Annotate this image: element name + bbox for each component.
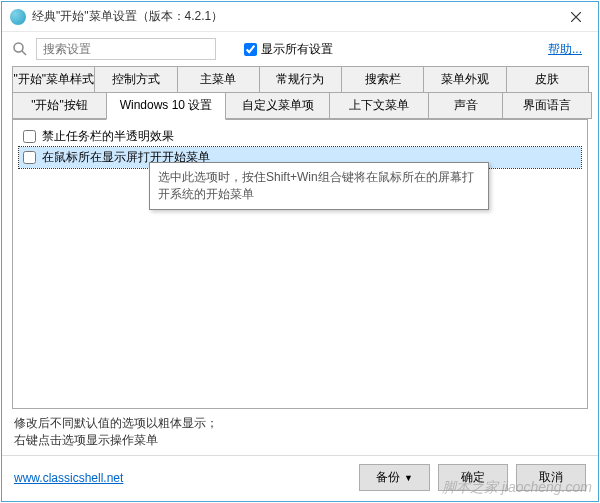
- backup-label: 备份: [376, 470, 400, 484]
- titlebar: 经典"开始"菜单设置（版本：4.2.1）: [2, 2, 598, 32]
- close-icon: [571, 12, 581, 22]
- tab-context-menu[interactable]: 上下文菜单: [329, 92, 429, 119]
- tab-control[interactable]: 控制方式: [94, 66, 177, 92]
- button-group: 备份▼ 确定 取消: [359, 464, 586, 491]
- show-all-checkbox[interactable]: [244, 43, 257, 56]
- cancel-button[interactable]: 取消: [516, 464, 586, 491]
- svg-point-0: [14, 43, 23, 52]
- footer-line-2: 右键点击选项显示操作菜单: [14, 432, 586, 449]
- backup-button[interactable]: 备份▼: [359, 464, 430, 491]
- footer-line-1: 修改后不同默认值的选项以粗体显示；: [14, 415, 586, 432]
- tab-row-1: "开始"菜单样式 控制方式 主菜单 常规行为 搜索栏 菜单外观 皮肤: [12, 66, 588, 92]
- ok-button[interactable]: 确定: [438, 464, 508, 491]
- tab-main-menu[interactable]: 主菜单: [177, 66, 260, 92]
- tab-appearance[interactable]: 菜单外观: [423, 66, 506, 92]
- app-icon: [10, 9, 26, 25]
- tab-start-menu-style[interactable]: "开始"菜单样式: [12, 66, 95, 92]
- tab-general[interactable]: 常规行为: [259, 66, 342, 92]
- tab-start-button[interactable]: "开始"按钮: [12, 92, 107, 119]
- settings-window: 经典"开始"菜单设置（版本：4.2.1） 显示所有设置 帮助... "开始"菜单…: [1, 1, 599, 502]
- tab-win10-settings[interactable]: Windows 10 设置: [106, 92, 226, 120]
- tab-search-bar[interactable]: 搜索栏: [341, 66, 424, 92]
- toolbar: 显示所有设置 帮助...: [2, 32, 598, 66]
- chevron-down-icon: ▼: [404, 473, 413, 483]
- website-link[interactable]: www.classicshell.net: [14, 471, 123, 485]
- tab-sound[interactable]: 声音: [428, 92, 503, 119]
- checkbox-taskbar-transparency[interactable]: [23, 130, 36, 143]
- bottom-bar: www.classicshell.net 备份▼ 确定 取消: [2, 455, 598, 501]
- tabs-container: "开始"菜单样式 控制方式 主菜单 常规行为 搜索栏 菜单外观 皮肤 "开始"按…: [2, 66, 598, 119]
- search-icon: [12, 41, 28, 57]
- tab-language[interactable]: 界面语言: [502, 92, 592, 119]
- svg-line-1: [22, 51, 26, 55]
- tab-skin[interactable]: 皮肤: [506, 66, 589, 92]
- tab-content: 禁止任务栏的半透明效果 在鼠标所在显示屏打开开始菜单 选中此选项时，按住Shif…: [12, 119, 588, 409]
- search-input[interactable]: [36, 38, 216, 60]
- window-title: 经典"开始"菜单设置（版本：4.2.1）: [32, 8, 553, 25]
- checkbox-mouse-monitor[interactable]: [23, 151, 36, 164]
- show-all-checkbox-wrap[interactable]: 显示所有设置: [244, 41, 333, 58]
- tab-custom-items[interactable]: 自定义菜单项: [225, 92, 330, 119]
- close-button[interactable]: [553, 2, 598, 31]
- option-row-taskbar-transparency[interactable]: 禁止任务栏的半透明效果: [19, 126, 581, 147]
- option-label: 禁止任务栏的半透明效果: [42, 128, 174, 145]
- footer-note: 修改后不同默认值的选项以粗体显示； 右键点击选项显示操作菜单: [2, 409, 598, 455]
- show-all-label: 显示所有设置: [261, 41, 333, 58]
- help-link[interactable]: 帮助...: [548, 41, 582, 58]
- tooltip: 选中此选项时，按住Shift+Win组合键将在鼠标所在的屏幕打开系统的开始菜单: [149, 162, 489, 210]
- tab-row-2: "开始"按钮 Windows 10 设置 自定义菜单项 上下文菜单 声音 界面语…: [12, 92, 588, 119]
